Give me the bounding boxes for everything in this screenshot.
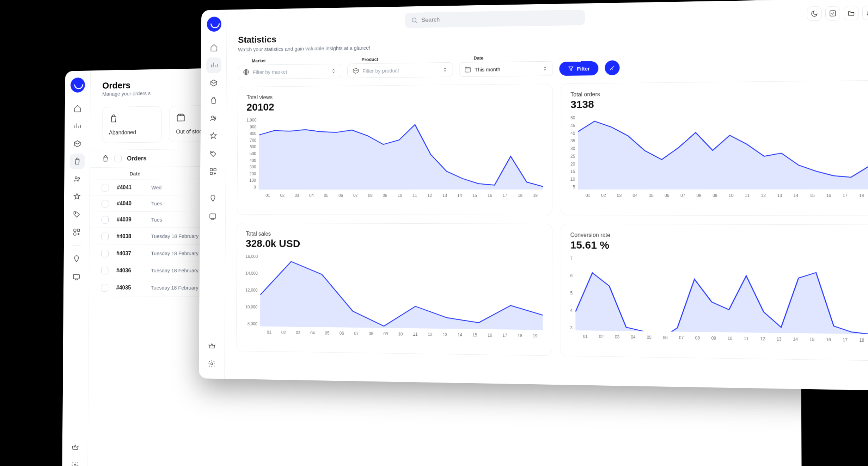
svg-point-16 bbox=[211, 116, 213, 118]
row-checkbox[interactable] bbox=[101, 284, 108, 291]
action-notifications[interactable] bbox=[862, 5, 868, 20]
svg-point-0 bbox=[75, 177, 77, 179]
broom-icon bbox=[609, 64, 616, 71]
cube-icon bbox=[352, 67, 359, 74]
nav-discounts[interactable] bbox=[69, 206, 84, 222]
row-checkbox[interactable] bbox=[101, 267, 109, 274]
svg-point-18 bbox=[211, 152, 212, 153]
bell-icon bbox=[866, 9, 868, 17]
nav-apps[interactable] bbox=[69, 224, 84, 240]
reset-filters-button[interactable] bbox=[605, 60, 619, 75]
svg-point-23 bbox=[210, 363, 213, 365]
filter-product[interactable]: Filter by product bbox=[347, 62, 453, 78]
logo-icon bbox=[207, 17, 221, 32]
table-title: Orders bbox=[127, 155, 147, 162]
filter-market-label: Market bbox=[252, 57, 341, 63]
nav-orders[interactable] bbox=[206, 93, 221, 108]
order-id: #4040 bbox=[117, 200, 145, 207]
row-checkbox[interactable] bbox=[102, 184, 109, 191]
svg-rect-22 bbox=[210, 214, 216, 218]
nav-activity[interactable] bbox=[205, 191, 220, 206]
svg-rect-3 bbox=[74, 229, 76, 231]
chevron-updown-icon bbox=[442, 67, 448, 73]
svg-point-2 bbox=[75, 213, 76, 214]
nav-settings[interactable] bbox=[67, 457, 82, 466]
nav-customers[interactable] bbox=[69, 171, 85, 187]
svg-point-1 bbox=[78, 178, 79, 179]
nav-analytics[interactable] bbox=[206, 57, 221, 73]
globe-icon bbox=[243, 69, 250, 76]
svg-point-7 bbox=[74, 464, 76, 466]
order-id: #4039 bbox=[117, 217, 145, 223]
svg-rect-27 bbox=[465, 67, 470, 72]
filter-date-label: Date bbox=[473, 55, 553, 61]
chevron-updown-icon bbox=[331, 68, 336, 74]
nav-store[interactable] bbox=[205, 209, 220, 224]
order-id: #4036 bbox=[116, 267, 145, 274]
order-id: #4038 bbox=[117, 233, 145, 240]
nav-activity[interactable] bbox=[69, 251, 84, 267]
chart-orders: 5045403530252015105 01020304050607080910… bbox=[570, 113, 868, 207]
stat-card-abandoned[interactable]: Abandoned bbox=[102, 106, 162, 143]
nav-products[interactable] bbox=[69, 136, 85, 152]
nav-products[interactable] bbox=[206, 75, 221, 91]
svg-rect-4 bbox=[77, 229, 80, 231]
action-checklist[interactable] bbox=[825, 6, 840, 21]
filter-product-label: Product bbox=[362, 56, 453, 62]
svg-rect-6 bbox=[73, 274, 79, 279]
svg-rect-19 bbox=[210, 168, 213, 171]
filter-market[interactable]: Filter by market bbox=[238, 64, 341, 79]
action-inbox[interactable] bbox=[844, 6, 858, 20]
order-id: #4041 bbox=[117, 184, 145, 191]
svg-rect-25 bbox=[830, 11, 836, 16]
checkbox-all[interactable] bbox=[114, 155, 122, 162]
card-conversion: Conversion rate 15.61 % 76543 0102030405… bbox=[561, 224, 868, 361]
nav-upgrade[interactable] bbox=[204, 338, 219, 354]
bag-icon bbox=[102, 155, 109, 163]
nav-customers[interactable] bbox=[206, 111, 221, 126]
nav-settings[interactable] bbox=[204, 356, 219, 372]
nav-apps[interactable] bbox=[205, 164, 220, 180]
theme-toggle[interactable] bbox=[807, 6, 822, 21]
search-input[interactable] bbox=[421, 14, 579, 24]
filter-date[interactable]: This month bbox=[459, 61, 553, 77]
sidebar bbox=[199, 10, 227, 379]
chart-views: 1,0009008007006005004003002001000 010203… bbox=[246, 116, 543, 207]
window-statistics: Statistics Watch your statistics and gai… bbox=[199, 0, 868, 391]
search-icon bbox=[411, 17, 418, 24]
row-checkbox[interactable] bbox=[102, 216, 109, 223]
nav-reviews[interactable] bbox=[69, 189, 84, 205]
order-id: #4035 bbox=[116, 285, 145, 291]
svg-point-24 bbox=[412, 18, 416, 22]
nav-discounts[interactable] bbox=[206, 146, 221, 162]
nav-reviews[interactable] bbox=[206, 128, 221, 144]
bag-icon bbox=[109, 114, 118, 123]
sidebar bbox=[62, 70, 91, 466]
moon-icon bbox=[811, 10, 818, 17]
nav-store[interactable] bbox=[69, 269, 84, 285]
logo-icon bbox=[70, 77, 85, 93]
check-icon bbox=[829, 10, 836, 17]
svg-rect-5 bbox=[74, 233, 76, 235]
svg-point-17 bbox=[214, 117, 216, 119]
search-box[interactable] bbox=[405, 10, 585, 28]
row-checkbox[interactable] bbox=[101, 232, 109, 240]
svg-rect-21 bbox=[210, 172, 213, 175]
nav-upgrade[interactable] bbox=[67, 439, 82, 455]
nav-analytics[interactable] bbox=[70, 118, 85, 134]
chart-sales: 16,00014,00012,00010,0008,000 0102030405… bbox=[245, 254, 543, 348]
filter-button[interactable]: Filter bbox=[559, 61, 598, 76]
folder-icon bbox=[848, 10, 855, 17]
nav-home[interactable] bbox=[70, 100, 85, 116]
nav-home[interactable] bbox=[206, 40, 221, 56]
order-id: #4037 bbox=[116, 250, 145, 256]
calendar-icon bbox=[464, 66, 471, 73]
chart-conversion: 76543 0102030405060708091011121314151617… bbox=[570, 256, 868, 353]
nav-orders[interactable] bbox=[69, 154, 85, 169]
card-orders: Total orders 3138 5045403530252015105 01… bbox=[561, 80, 868, 216]
row-checkbox[interactable] bbox=[102, 200, 109, 207]
col-date-header: Date bbox=[129, 170, 140, 176]
row-checkbox[interactable] bbox=[101, 250, 109, 257]
box-icon bbox=[176, 113, 185, 123]
svg-rect-20 bbox=[214, 168, 216, 171]
